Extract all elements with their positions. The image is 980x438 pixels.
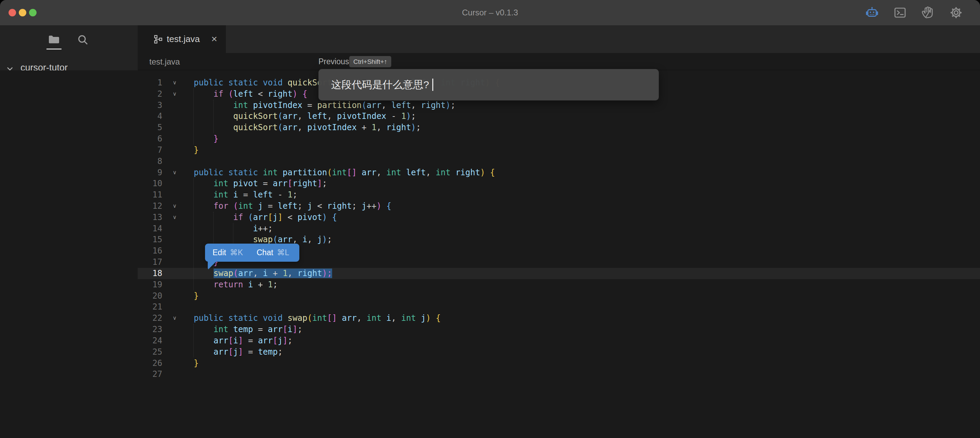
line-number: 7: [137, 145, 162, 156]
edit-button[interactable]: Edit: [213, 248, 226, 257]
code-text: return i + 1;: [194, 279, 278, 290]
close-icon[interactable]: ×: [208, 33, 220, 45]
line-number: 27: [137, 369, 162, 380]
code-line[interactable]: 5 quickSort(arr, pivotIndex + 1, right);: [0, 122, 980, 133]
line-number: 16: [137, 245, 162, 256]
java-graph-icon: [153, 35, 163, 44]
code-text: int i = left - 1;: [194, 189, 297, 201]
line-number: 5: [137, 122, 162, 133]
prompt-input-text[interactable]: 这段代码是什么意思?: [331, 78, 429, 92]
line-number: 25: [137, 346, 162, 358]
code-line[interactable]: 17 }: [0, 256, 980, 268]
code-line[interactable]: 21: [0, 301, 980, 313]
code-line[interactable]: 27: [0, 369, 980, 380]
chat-shortcut: ⌘L: [277, 248, 290, 257]
code-text: quickSort(arr, pivotIndex + 1, right);: [194, 122, 421, 133]
code-line[interactable]: 3 int pivotIndex = partition(arr, left, …: [0, 100, 980, 111]
line-number: 17: [137, 256, 162, 268]
code-line[interactable]: 23 int temp = arr[i];: [0, 324, 980, 335]
code-editor[interactable]: 1∨public static void quickSort(int[] arr…: [0, 70, 980, 438]
code-line[interactable]: 10 int pivot = arr[right];: [0, 178, 980, 189]
fold-chevron-icon[interactable]: ∨: [170, 89, 180, 100]
code-text: if (left < right) {: [194, 89, 307, 100]
fold-chevron-icon[interactable]: ∨: [170, 167, 180, 178]
fold-chevron-icon[interactable]: ∨: [170, 313, 180, 324]
line-number: 15: [137, 234, 162, 245]
code-text: }: [194, 133, 218, 145]
code-line[interactable]: 7}: [0, 145, 980, 156]
line-number: 24: [137, 335, 162, 346]
code-line[interactable]: 14 i++;: [0, 223, 980, 234]
code-line[interactable]: 19 return i + 1;: [0, 279, 980, 290]
code-line[interactable]: 22∨public static void swap(int[] arr, in…: [0, 313, 980, 324]
code-line[interactable]: 18 swap(arr, i + 1, right);: [0, 268, 980, 279]
ai-action-tooltip: Edit ⌘K Chat ⌘L: [205, 244, 299, 262]
breadcrumb[interactable]: test.java: [150, 57, 180, 67]
code-text: i++;: [194, 223, 273, 234]
previous-label[interactable]: Previous: [318, 57, 349, 66]
code-line[interactable]: 13∨ if (arr[j] < pivot) {: [0, 212, 980, 223]
settings-gear-icon[interactable]: [948, 5, 964, 20]
code-text: if (arr[j] < pivot) {: [194, 212, 337, 223]
sidebar-toolbar: [0, 25, 138, 53]
code-text: int pivotIndex = partition(arr, left, ri…: [194, 100, 455, 111]
code-line[interactable]: 26}: [0, 358, 980, 369]
window-title: Cursor – v0.1.3: [0, 0, 980, 25]
code-line[interactable]: 12∨ for (int j = left; j < right; j++) {: [0, 201, 980, 212]
app-window: Cursor – v0.1.3: [0, 0, 980, 438]
code-text: }: [194, 358, 199, 369]
line-number: 6: [137, 133, 162, 145]
code-line[interactable]: 11 int i = left - 1;: [0, 189, 980, 201]
ai-prompt-overlay[interactable]: 这段代码是什么意思?: [318, 69, 659, 100]
code-line[interactable]: 9∨public static int partition(int[] arr,…: [0, 167, 980, 178]
code-text: }: [194, 290, 199, 302]
code-line[interactable]: 8: [0, 156, 980, 167]
code-text: public static void swap(int[] arr, int i…: [194, 313, 441, 324]
code-text: }: [194, 145, 199, 156]
terminal-icon[interactable]: [892, 5, 908, 20]
line-number: 18: [137, 268, 162, 279]
line-number: 1: [137, 77, 162, 89]
fold-chevron-icon[interactable]: ∨: [170, 77, 180, 89]
search-icon[interactable]: [75, 32, 91, 48]
code-line[interactable]: 15 swap(arr, i, j);: [0, 234, 980, 245]
code-text: int pivot = arr[right];: [194, 178, 327, 189]
code-line[interactable]: 4 quickSort(arr, left, pivotIndex - 1);: [0, 111, 980, 122]
line-number: 11: [137, 189, 162, 201]
line-number: 4: [137, 111, 162, 122]
wave-hand-icon[interactable]: [921, 5, 935, 20]
ai-robot-icon[interactable]: [864, 5, 880, 20]
code-text: quickSort(arr, left, pivotIndex - 1);: [194, 111, 416, 122]
code-text: arr[j] = temp;: [194, 346, 283, 358]
line-number: 13: [137, 212, 162, 223]
code-line[interactable]: 24 arr[i] = arr[j];: [0, 335, 980, 346]
explorer-active-underline: [46, 48, 62, 49]
line-number: 19: [137, 279, 162, 290]
line-number: 22: [137, 313, 162, 324]
code-text: arr[i] = arr[j];: [194, 335, 293, 346]
line-number: 10: [137, 178, 162, 189]
explorer-folder-icon[interactable]: [46, 32, 62, 48]
code-text: int temp = arr[i];: [194, 324, 302, 335]
breadcrumb-bar: test.java Previous Ctrl+Shift+↑: [138, 53, 980, 70]
fold-chevron-icon[interactable]: ∨: [170, 201, 180, 212]
titlebar-actions: [864, 0, 964, 25]
line-number: 14: [137, 223, 162, 234]
previous-shortcut-badge: Ctrl+Shift+↑: [349, 56, 391, 67]
tab-test-java[interactable]: test.java ×: [138, 25, 226, 53]
line-number: 26: [137, 358, 162, 369]
line-number: 12: [137, 201, 162, 212]
line-number: 20: [137, 290, 162, 302]
code-line[interactable]: 16 }: [0, 245, 980, 256]
title-bar: Cursor – v0.1.3: [0, 0, 980, 25]
line-number: 23: [137, 324, 162, 335]
code-line[interactable]: 20}: [0, 290, 980, 302]
line-number: 9: [137, 167, 162, 178]
code-line[interactable]: 25 arr[j] = temp;: [0, 346, 980, 358]
code-line[interactable]: 6 }: [0, 133, 980, 145]
line-number: 2: [137, 89, 162, 100]
text-cursor: [432, 78, 433, 91]
chat-button[interactable]: Chat: [257, 248, 274, 257]
code-text: for (int j = left; j < right; j++) {: [194, 201, 391, 212]
fold-chevron-icon[interactable]: ∨: [170, 212, 180, 223]
